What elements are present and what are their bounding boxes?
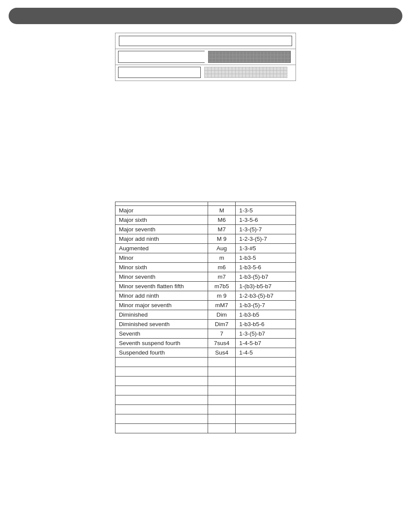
chord-name-cell: Augmented [115, 244, 208, 253]
spacer-row [115, 376, 296, 386]
chord-name-cell: Suspended fourth [115, 348, 208, 358]
chord-name-cell: Major seventh [115, 225, 208, 234]
table-row: AugmentedAug1-3-#5 [115, 244, 296, 253]
spacer-row [115, 386, 296, 395]
chord-symbol-cell: 7 [208, 329, 235, 339]
control-panel [0, 33, 411, 81]
table-row: Minor major seventhmM71-b3-(5)-7 [115, 301, 296, 310]
spacer-cell [208, 358, 235, 367]
chord-intervals-cell: 1-b3-(5)-7 [236, 301, 296, 310]
spacer-cell [236, 414, 296, 424]
chord-name-cell: Seventh suspend fourth [115, 339, 208, 348]
spacer-cell [115, 386, 208, 395]
spacer-cell [236, 367, 296, 376]
spacer-cell [115, 405, 208, 414]
table-row: Minor sixthm61-b3-5-6 [115, 263, 296, 272]
spacer-row [115, 405, 296, 414]
table-row: DiminishedDim1-b3-b5 [115, 310, 296, 320]
spacer-cell [208, 376, 235, 386]
chord-name-cell: Diminished seventh [115, 320, 208, 329]
chord-intervals-cell: 1-b3-5 [236, 253, 296, 263]
left-input[interactable] [118, 51, 205, 63]
chord-name-cell: Minor add ninth [115, 291, 208, 301]
spacer-cell [236, 424, 296, 433]
chord-symbol-cell: M7 [208, 225, 235, 234]
control-mid-row [115, 49, 296, 65]
chord-intervals-cell: 1-b3-(5)-b7 [236, 272, 296, 282]
chord-name-cell: Minor seventh flatten fifth [115, 282, 208, 291]
chord-intervals-cell: 1-3-5-6 [236, 215, 296, 225]
chord-name-cell: Minor [115, 253, 208, 263]
chord-symbol-cell: Dim [208, 310, 235, 320]
chord-symbol-cell: Sus4 [208, 348, 235, 358]
right-select-area[interactable] [208, 51, 291, 63]
spacer-cell [208, 386, 235, 395]
spacer-cell [236, 395, 296, 405]
chord-symbol-cell: mM7 [208, 301, 235, 310]
chord-symbol-cell: M 9 [208, 234, 235, 244]
chord-name-cell: Diminished [115, 310, 208, 320]
table-header-row [115, 202, 296, 206]
chord-intervals-cell: 1-(b3)-b5-b7 [236, 282, 296, 291]
table-row: Major add ninthM 91-2-3-(5)-7 [115, 234, 296, 244]
table-container: MajorM1-3-5Major sixthM61-3-5-6Major sev… [0, 202, 411, 433]
spacer-cell [236, 386, 296, 395]
col-header-symbol [208, 202, 235, 206]
spacer-row [115, 367, 296, 376]
table-row: Diminished seventhDim71-b3-b5-6 [115, 320, 296, 329]
chord-intervals-cell: 1-3-(5)-7 [236, 225, 296, 234]
table-row: Major seventhM71-3-(5)-7 [115, 225, 296, 234]
spacer-row [115, 414, 296, 424]
table-row: Minor add ninthm 91-2-b3-(5)-b7 [115, 291, 296, 301]
table-row: Minor seventhm71-b3-(5)-b7 [115, 272, 296, 282]
chord-name-cell: Minor sixth [115, 263, 208, 272]
chord-symbol-cell: m 9 [208, 291, 235, 301]
chord-intervals-cell: 1-3-#5 [236, 244, 296, 253]
table-row: Suspended fourthSus41-4-5 [115, 348, 296, 358]
chord-intervals-cell: 1-b3-5-6 [236, 263, 296, 272]
chord-intervals-cell: 1-3-(5)-b7 [236, 329, 296, 339]
spacer-cell [115, 358, 208, 367]
control-bot-row [115, 65, 296, 81]
table-row: Major sixthM61-3-5-6 [115, 215, 296, 225]
chord-symbol-cell: m7 [208, 272, 235, 282]
chord-symbol-cell: Aug [208, 244, 235, 253]
spacer-row [115, 424, 296, 433]
spacer-cell [115, 367, 208, 376]
spacer-cell [208, 424, 235, 433]
control-box [115, 33, 296, 81]
chord-name-cell: Minor seventh [115, 272, 208, 282]
spacer-cell [208, 395, 235, 405]
spacer-cell [236, 405, 296, 414]
chord-intervals-cell: 1-3-5 [236, 206, 296, 215]
spacer-row [115, 358, 296, 367]
spacer-cell [208, 414, 235, 424]
chord-name-cell: Major [115, 206, 208, 215]
chord-intervals-cell: 1-2-b3-(5)-b7 [236, 291, 296, 301]
chord-name-cell: Major sixth [115, 215, 208, 225]
chord-name-cell: Major add ninth [115, 234, 208, 244]
table-row: Minorm1-b3-5 [115, 253, 296, 263]
chord-symbol-cell: M [208, 206, 235, 215]
spacer-cell [115, 414, 208, 424]
spacer-cell [208, 405, 235, 414]
chord-symbol-cell: m [208, 253, 235, 263]
chord-name-cell: Seventh [115, 329, 208, 339]
chord-name-cell: Minor major seventh [115, 301, 208, 310]
chord-symbol-cell: 7sus4 [208, 339, 235, 348]
spacer-cell [115, 424, 208, 433]
chord-intervals-cell: 1-2-3-(5)-7 [236, 234, 296, 244]
control-top-row [115, 33, 296, 49]
spacer-cell [208, 367, 235, 376]
table-row: Seventh suspend fourth7sus41-4-5-b7 [115, 339, 296, 348]
spacer-cell [236, 358, 296, 367]
top-bar [9, 8, 402, 24]
bot-input[interactable] [118, 67, 201, 78]
col-header-name [115, 202, 208, 206]
chord-intervals-cell: 1-b3-b5 [236, 310, 296, 320]
top-input[interactable] [119, 36, 292, 46]
chord-intervals-cell: 1-4-5 [236, 348, 296, 358]
table-row: Seventh71-3-(5)-b7 [115, 329, 296, 339]
chord-symbol-cell: m7b5 [208, 282, 235, 291]
table-row: MajorM1-3-5 [115, 206, 296, 215]
